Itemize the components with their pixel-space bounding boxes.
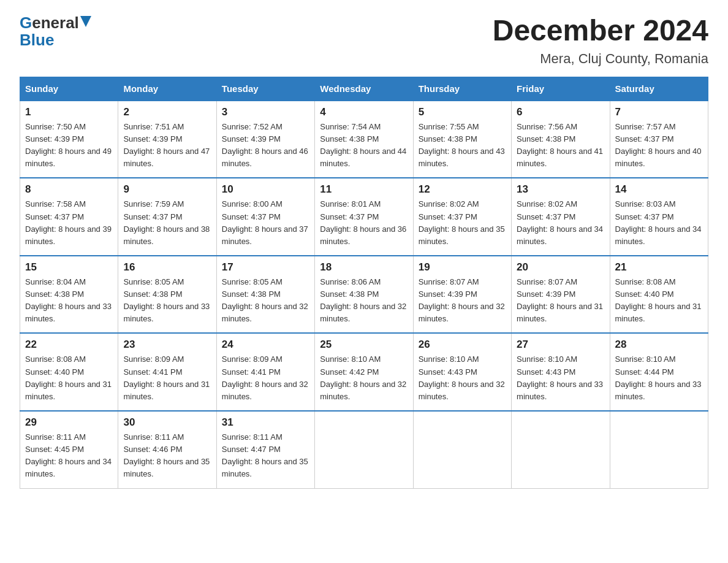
calendar-cell: 21Sunrise: 8:08 AMSunset: 4:40 PMDayligh… [610, 256, 708, 334]
col-header-thursday: Thursday [413, 77, 511, 101]
calendar-cell: 18Sunrise: 8:06 AMSunset: 4:38 PMDayligh… [315, 256, 413, 334]
day-number: 3 [222, 106, 309, 118]
day-info: Sunrise: 8:08 AMSunset: 4:40 PMDaylight:… [615, 276, 703, 326]
day-number: 16 [123, 261, 211, 274]
calendar-cell: 25Sunrise: 8:10 AMSunset: 4:42 PMDayligh… [315, 333, 413, 411]
day-number: 26 [419, 339, 506, 351]
day-info: Sunrise: 7:55 AMSunset: 4:38 PMDaylight:… [419, 121, 506, 170]
day-info: Sunrise: 7:54 AMSunset: 4:38 PMDaylight:… [320, 121, 408, 170]
calendar-cell: 26Sunrise: 8:10 AMSunset: 4:43 PMDayligh… [413, 333, 511, 411]
day-number: 31 [222, 416, 309, 429]
day-number: 11 [320, 183, 408, 196]
calendar-cell [413, 411, 511, 488]
day-number: 13 [517, 183, 604, 196]
day-info: Sunrise: 7:56 AMSunset: 4:38 PMDaylight:… [517, 121, 604, 170]
calendar-cell: 30Sunrise: 8:11 AMSunset: 4:46 PMDayligh… [118, 411, 216, 488]
day-info: Sunrise: 8:11 AMSunset: 4:45 PMDaylight:… [25, 431, 113, 481]
day-number: 21 [615, 261, 703, 274]
day-info: Sunrise: 8:10 AMSunset: 4:42 PMDaylight:… [320, 353, 408, 403]
day-info: Sunrise: 7:51 AMSunset: 4:39 PMDaylight:… [123, 121, 211, 170]
day-info: Sunrise: 8:08 AMSunset: 4:40 PMDaylight:… [25, 353, 113, 403]
day-number: 12 [419, 183, 506, 196]
week-row-2: 8Sunrise: 7:58 AMSunset: 4:37 PMDaylight… [20, 178, 708, 256]
page-header: General Blue December 2024 Mera, Cluj Co… [20, 15, 708, 67]
day-info: Sunrise: 8:02 AMSunset: 4:37 PMDaylight:… [419, 198, 506, 248]
col-header-tuesday: Tuesday [216, 77, 314, 101]
day-info: Sunrise: 8:07 AMSunset: 4:39 PMDaylight:… [419, 276, 506, 326]
calendar-header: SundayMondayTuesdayWednesdayThursdayFrid… [20, 77, 708, 101]
calendar-cell: 29Sunrise: 8:11 AMSunset: 4:45 PMDayligh… [20, 411, 118, 488]
day-number: 30 [123, 416, 211, 429]
calendar-cell [315, 411, 413, 488]
day-info: Sunrise: 8:10 AMSunset: 4:44 PMDaylight:… [615, 353, 703, 403]
calendar-cell: 7Sunrise: 7:57 AMSunset: 4:37 PMDaylight… [610, 101, 708, 178]
day-info: Sunrise: 7:50 AMSunset: 4:39 PMDaylight:… [25, 121, 113, 170]
calendar-cell: 31Sunrise: 8:11 AMSunset: 4:47 PMDayligh… [216, 411, 314, 488]
header-row: SundayMondayTuesdayWednesdayThursdayFrid… [20, 77, 708, 101]
day-info: Sunrise: 8:04 AMSunset: 4:38 PMDaylight:… [25, 276, 113, 326]
day-info: Sunrise: 7:58 AMSunset: 4:37 PMDaylight:… [25, 198, 113, 248]
day-number: 22 [25, 339, 113, 351]
calendar-cell: 1Sunrise: 7:50 AMSunset: 4:39 PMDaylight… [20, 101, 118, 178]
day-info: Sunrise: 8:02 AMSunset: 4:37 PMDaylight:… [517, 198, 604, 248]
day-number: 9 [123, 183, 211, 196]
title-block: December 2024 Mera, Cluj County, Romania [493, 15, 708, 67]
calendar-cell: 14Sunrise: 8:03 AMSunset: 4:37 PMDayligh… [610, 178, 708, 256]
calendar-cell: 8Sunrise: 7:58 AMSunset: 4:37 PMDaylight… [20, 178, 118, 256]
month-year-title: December 2024 [493, 15, 708, 47]
calendar-cell: 6Sunrise: 7:56 AMSunset: 4:38 PMDaylight… [512, 101, 610, 178]
col-header-sunday: Sunday [20, 77, 118, 101]
day-number: 17 [222, 261, 309, 274]
svg-marker-0 [80, 16, 91, 27]
logo: General Blue [20, 15, 91, 48]
day-info: Sunrise: 8:05 AMSunset: 4:38 PMDaylight:… [123, 276, 211, 326]
day-info: Sunrise: 8:06 AMSunset: 4:38 PMDaylight:… [320, 276, 408, 326]
calendar-cell: 2Sunrise: 7:51 AMSunset: 4:39 PMDaylight… [118, 101, 216, 178]
calendar-cell [610, 411, 708, 488]
week-row-4: 22Sunrise: 8:08 AMSunset: 4:40 PMDayligh… [20, 333, 708, 411]
week-row-5: 29Sunrise: 8:11 AMSunset: 4:45 PMDayligh… [20, 411, 708, 488]
day-number: 6 [517, 106, 604, 118]
day-number: 24 [222, 339, 309, 351]
day-number: 29 [25, 416, 113, 429]
day-info: Sunrise: 8:11 AMSunset: 4:47 PMDaylight:… [222, 431, 309, 481]
day-info: Sunrise: 7:57 AMSunset: 4:37 PMDaylight:… [615, 121, 703, 170]
day-number: 28 [615, 339, 703, 351]
calendar-cell [512, 411, 610, 488]
day-info: Sunrise: 7:52 AMSunset: 4:39 PMDaylight:… [222, 121, 309, 170]
calendar-cell: 17Sunrise: 8:05 AMSunset: 4:38 PMDayligh… [216, 256, 314, 334]
logo-arrow-icon [80, 16, 91, 27]
day-info: Sunrise: 8:03 AMSunset: 4:37 PMDaylight:… [615, 198, 703, 248]
calendar-cell: 16Sunrise: 8:05 AMSunset: 4:38 PMDayligh… [118, 256, 216, 334]
day-number: 8 [25, 183, 113, 196]
day-number: 27 [517, 339, 604, 351]
week-row-1: 1Sunrise: 7:50 AMSunset: 4:39 PMDaylight… [20, 101, 708, 178]
day-number: 15 [25, 261, 113, 274]
calendar-cell: 28Sunrise: 8:10 AMSunset: 4:44 PMDayligh… [610, 333, 708, 411]
calendar-cell: 11Sunrise: 8:01 AMSunset: 4:37 PMDayligh… [315, 178, 413, 256]
day-info: Sunrise: 8:05 AMSunset: 4:38 PMDaylight:… [222, 276, 309, 326]
day-info: Sunrise: 8:10 AMSunset: 4:43 PMDaylight:… [517, 353, 604, 403]
day-info: Sunrise: 8:11 AMSunset: 4:46 PMDaylight:… [123, 431, 211, 481]
calendar-cell: 24Sunrise: 8:09 AMSunset: 4:41 PMDayligh… [216, 333, 314, 411]
day-number: 7 [615, 106, 703, 118]
location-subtitle: Mera, Cluj County, Romania [493, 51, 708, 67]
day-number: 1 [25, 106, 113, 118]
calendar-cell: 23Sunrise: 8:09 AMSunset: 4:41 PMDayligh… [118, 333, 216, 411]
calendar-cell: 10Sunrise: 8:00 AMSunset: 4:37 PMDayligh… [216, 178, 314, 256]
calendar-cell: 4Sunrise: 7:54 AMSunset: 4:38 PMDaylight… [315, 101, 413, 178]
calendar-cell: 22Sunrise: 8:08 AMSunset: 4:40 PMDayligh… [20, 333, 118, 411]
logo-general-text: General [20, 15, 79, 31]
day-number: 5 [419, 106, 506, 118]
col-header-saturday: Saturday [610, 77, 708, 101]
day-info: Sunrise: 8:00 AMSunset: 4:37 PMDaylight:… [222, 198, 309, 248]
calendar-table: SundayMondayTuesdayWednesdayThursdayFrid… [20, 77, 708, 489]
col-header-monday: Monday [118, 77, 216, 101]
day-number: 10 [222, 183, 309, 196]
calendar-cell: 19Sunrise: 8:07 AMSunset: 4:39 PMDayligh… [413, 256, 511, 334]
logo-blue-text: Blue [20, 32, 54, 48]
calendar-cell: 3Sunrise: 7:52 AMSunset: 4:39 PMDaylight… [216, 101, 314, 178]
day-number: 14 [615, 183, 703, 196]
day-info: Sunrise: 8:01 AMSunset: 4:37 PMDaylight:… [320, 198, 408, 248]
calendar-cell: 9Sunrise: 7:59 AMSunset: 4:37 PMDaylight… [118, 178, 216, 256]
